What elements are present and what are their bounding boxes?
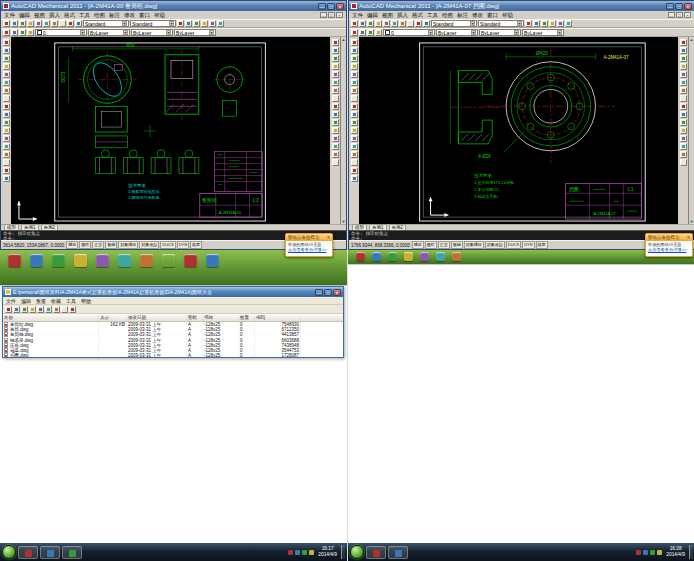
titlebar[interactable]: AutoCAD Mechanical 2011 - [A-2M41A-07 挡圈…: [349, 1, 694, 11]
tool-icon[interactable]: [680, 159, 687, 166]
tool-icon[interactable]: [3, 119, 10, 126]
menu-item[interactable]: 帮助: [81, 298, 91, 304]
toolbar-icon[interactable]: [525, 20, 532, 27]
desktop-icon[interactable]: [388, 252, 397, 261]
desktop-icon[interactable]: [162, 254, 175, 267]
tool-icon[interactable]: [351, 39, 358, 46]
tool-icon[interactable]: [351, 159, 358, 166]
status-toggle[interactable]: 对象追踪: [139, 241, 159, 249]
status-toggle[interactable]: 正交: [92, 241, 104, 249]
desktop-icon[interactable]: [356, 252, 365, 261]
status-toggle[interactable]: DYN: [522, 241, 534, 249]
toolbar-icon[interactable]: [19, 20, 26, 27]
color-combo[interactable]: ByLayer▾: [88, 29, 130, 36]
toolbar-icon[interactable]: [423, 20, 430, 27]
menu-item[interactable]: 格式: [412, 12, 423, 19]
toolbar-icon[interactable]: [351, 29, 358, 36]
toolbar-icon[interactable]: [185, 20, 192, 27]
tool-icon[interactable]: [351, 111, 358, 118]
column-header[interactable]: 图幅: [187, 315, 203, 320]
drawing-canvas[interactable]: 850 Ø273: [11, 37, 330, 224]
tray-icon[interactable]: [643, 550, 648, 555]
status-toggle[interactable]: 线宽: [190, 241, 202, 249]
toolbar-icon[interactable]: [75, 20, 82, 27]
tool-icon[interactable]: [332, 39, 339, 46]
tool-icon[interactable]: [680, 87, 687, 94]
menu-item[interactable]: 视图: [382, 12, 393, 19]
tool-icon[interactable]: [3, 143, 10, 150]
tool-icon[interactable]: [351, 151, 358, 158]
menu-item[interactable]: 标注: [109, 12, 120, 19]
tool-icon[interactable]: [3, 39, 10, 46]
status-toggle[interactable]: DYN: [177, 241, 189, 249]
toolbar-icon[interactable]: [375, 20, 382, 27]
tool-icon[interactable]: [332, 159, 339, 166]
toolbar-icon[interactable]: [3, 29, 10, 36]
taskbar-app[interactable]: [388, 546, 408, 559]
tool-icon[interactable]: [332, 55, 339, 62]
toolbar-icon[interactable]: [359, 29, 366, 36]
close-button[interactable]: ×: [333, 289, 341, 296]
tray-icon[interactable]: [650, 550, 655, 555]
linetype-combo[interactable]: ByLayer▾: [131, 29, 173, 36]
status-toggle[interactable]: 栅格: [425, 241, 437, 249]
notification-popup[interactable]: 图纸云备份提示× 检测到图纸已更新， 点击查看备份详情>>: [645, 233, 693, 257]
tool-icon[interactable]: [3, 167, 10, 174]
column-header[interactable]: 大小: [99, 315, 127, 320]
desktop-icon[interactable]: [30, 254, 43, 267]
tool-icon[interactable]: [332, 143, 339, 150]
tool-icon[interactable]: [351, 127, 358, 134]
status-toggle[interactable]: 对象捕捉: [464, 241, 484, 249]
mdi-restore-button[interactable]: □: [676, 12, 683, 18]
tool-icon[interactable]: [3, 87, 10, 94]
show-desktop-button[interactable]: [689, 545, 693, 559]
toolbar-icon[interactable]: [67, 20, 74, 27]
status-toggle[interactable]: 栅格: [79, 241, 91, 249]
desktop-icon[interactable]: [184, 254, 197, 267]
status-toggle[interactable]: 对象追踪: [485, 241, 505, 249]
mdi-minimize-button[interactable]: —: [320, 12, 327, 18]
desktop-icon[interactable]: [452, 252, 461, 261]
toolbar-icon[interactable]: [217, 20, 224, 27]
toolbar-icon[interactable]: [11, 20, 18, 27]
toolbar-icon[interactable]: [5, 306, 12, 313]
tool-icon[interactable]: [332, 95, 339, 102]
menu-item[interactable]: 绘图: [442, 12, 453, 19]
status-toggle[interactable]: 捕捉: [66, 241, 78, 249]
status-toggle[interactable]: 对象捕捉: [118, 241, 138, 249]
tool-icon[interactable]: [351, 167, 358, 174]
tool-icon[interactable]: [332, 79, 339, 86]
menu-item[interactable]: 编辑: [19, 12, 30, 19]
command-line[interactable]: 命令: 指定对角点 命令:: [349, 230, 694, 240]
minimize-button[interactable]: —: [318, 3, 326, 10]
menu-item[interactable]: 编辑: [367, 12, 378, 19]
tool-icon[interactable]: [3, 47, 10, 54]
toolbar-icon[interactable]: [177, 20, 184, 27]
menu-item[interactable]: 工具: [79, 12, 90, 19]
desktop-icon[interactable]: [420, 252, 429, 261]
tool-icon[interactable]: [680, 103, 687, 110]
tool-icon[interactable]: [680, 135, 687, 142]
toolbar-icon[interactable]: [399, 20, 406, 27]
lineweight-combo[interactable]: ByLayer▾: [522, 29, 564, 36]
toolbar-icon[interactable]: [351, 20, 358, 27]
toolbar-icon[interactable]: [21, 306, 28, 313]
status-toggle[interactable]: 捕捉: [412, 241, 424, 249]
start-button[interactable]: [350, 545, 364, 559]
status-toggle[interactable]: 线宽: [536, 241, 548, 249]
tool-icon[interactable]: [680, 47, 687, 54]
tool-icon[interactable]: [332, 135, 339, 142]
toolbar-icon[interactable]: [43, 20, 50, 27]
toolbar-icon[interactable]: [35, 20, 42, 27]
taskbar-clock[interactable]: 16:28 2014/4/9: [664, 546, 687, 558]
desktop-icon[interactable]: [52, 254, 65, 267]
mdi-close-button[interactable]: ×: [336, 12, 343, 18]
column-header[interactable]: 修改日期: [127, 315, 187, 320]
tool-icon[interactable]: [332, 151, 339, 158]
tool-icon[interactable]: [332, 127, 339, 134]
toolbar-icon[interactable]: [209, 20, 216, 27]
toolbar-icon[interactable]: [383, 20, 390, 27]
tray-icon[interactable]: [636, 550, 641, 555]
tool-icon[interactable]: [351, 47, 358, 54]
titlebar[interactable]: AutoCAD Mechanical 2011 - [A-2M41A-00 卷筒…: [1, 1, 346, 11]
